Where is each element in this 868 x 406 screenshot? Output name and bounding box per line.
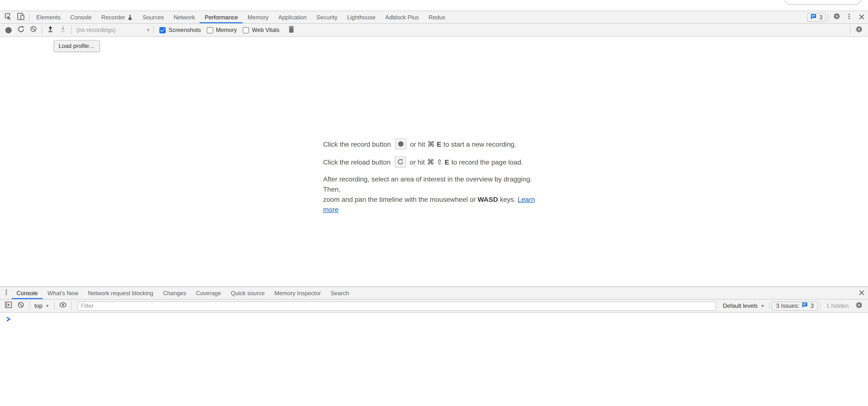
instruction-text: to start a new recording. — [443, 140, 516, 148]
tab-label: Security — [316, 14, 337, 21]
devtools-tabbar: Elements Console Recorder Sources Networ… — [0, 11, 868, 24]
console-settings-button[interactable] — [852, 300, 865, 312]
reload-and-record-button[interactable] — [14, 24, 27, 36]
drawer-menu-button[interactable] — [1, 287, 11, 299]
hint-text: keys. — [500, 196, 516, 203]
drawer-tabbar: Console What's New Network request block… — [0, 286, 868, 300]
checkbox-label: Screenshots — [168, 27, 201, 33]
console-issues-button[interactable]: 3 Issues: 3 — [772, 301, 818, 310]
tab-console[interactable]: Console — [65, 11, 96, 23]
delete-recording-button[interactable] — [285, 24, 298, 36]
browser-chrome-strip — [0, 0, 868, 11]
issues-bubble-icon — [802, 302, 808, 310]
capture-settings-button[interactable] — [852, 24, 865, 36]
execution-context-select[interactable]: top ▼ — [34, 302, 49, 309]
issues-button[interactable]: 3 — [807, 13, 826, 22]
clear-recordings-button[interactable] — [27, 24, 40, 36]
show-console-sidebar-button[interactable] — [2, 300, 14, 312]
drawer-tab-console[interactable]: Console — [11, 287, 42, 299]
inspect-cursor-icon — [4, 12, 12, 22]
save-profile-button[interactable] — [57, 24, 69, 36]
gear-icon — [855, 301, 862, 310]
levels-value: Default levels — [723, 302, 758, 309]
reload-icon — [397, 159, 403, 165]
hint-text: After recording, select an area of inter… — [323, 175, 532, 193]
screenshots-checkbox[interactable]: Screenshots — [159, 27, 201, 33]
close-icon — [859, 289, 865, 297]
block-icon — [30, 26, 37, 34]
block-icon — [18, 302, 24, 310]
recordings-select[interactable]: (no recordings) ▼ — [76, 27, 150, 33]
close-devtools-button[interactable] — [856, 11, 868, 23]
tab-label: Elements — [36, 14, 61, 21]
record-button[interactable] — [2, 24, 14, 36]
tab-label: Redux — [428, 14, 445, 21]
checkbox-unchecked-icon — [207, 27, 213, 33]
gear-icon — [833, 12, 840, 22]
reload-instruction: Click the reload button or hit ⌘ ⇧ E to … — [323, 156, 545, 167]
divider — [850, 26, 850, 34]
tab-label: What's New — [48, 290, 78, 296]
checkbox-unchecked-icon — [243, 27, 249, 33]
drawer-tab-network-request-blocking[interactable]: Network request blocking — [83, 287, 158, 299]
drawer-tab-quick-source[interactable]: Quick source — [226, 287, 270, 299]
tab-performance[interactable]: Performance — [200, 11, 243, 23]
drawer-tab-whats-new[interactable]: What's New — [42, 287, 83, 299]
live-expression-button[interactable] — [56, 300, 69, 312]
eye-icon — [59, 302, 67, 310]
console-filter-input[interactable] — [77, 301, 716, 310]
tab-sources[interactable]: Sources — [138, 11, 169, 23]
tab-memory[interactable]: Memory — [243, 11, 273, 23]
usage-hint: After recording, select an area of inter… — [323, 174, 545, 215]
cmd-key-glyph: ⌘ — [427, 140, 434, 148]
kebab-menu-icon — [846, 13, 852, 22]
divider — [820, 302, 820, 310]
close-icon — [859, 13, 865, 22]
tab-security[interactable]: Security — [311, 11, 342, 23]
browser-popup-remnant — [785, 0, 861, 5]
tab-label: Console — [17, 290, 38, 296]
memory-checkbox[interactable]: Memory — [207, 27, 237, 33]
tab-elements[interactable]: Elements — [31, 11, 65, 23]
chevron-down-icon: ▼ — [146, 28, 150, 32]
experiment-flask-icon — [128, 14, 133, 20]
drawer-tab-coverage[interactable]: Coverage — [191, 287, 226, 299]
drawer-tab-memory-inspector[interactable]: Memory Inspector — [270, 287, 326, 299]
hint-text: zoom and pan the timeline with the mouse… — [323, 196, 476, 203]
inspect-element-button[interactable] — [2, 11, 14, 23]
divider — [29, 13, 30, 21]
console-toolbar: top ▼ Default levels ▼ 3 Issues: — [0, 300, 868, 313]
tab-label: Coverage — [196, 290, 221, 296]
clear-console-button[interactable] — [14, 300, 27, 312]
drawer-tab-search[interactable]: Search — [326, 287, 354, 299]
tab-label: Memory Inspector — [274, 290, 321, 296]
more-options-button[interactable] — [843, 11, 856, 23]
tab-redux[interactable]: Redux — [424, 11, 450, 23]
settings-button[interactable] — [830, 11, 843, 23]
record-button-illustration — [395, 138, 406, 149]
drawer-tab-changes[interactable]: Changes — [158, 287, 191, 299]
checkbox-label: Memory — [216, 27, 237, 33]
tab-application[interactable]: Application — [273, 11, 311, 23]
tab-label: Application — [278, 14, 307, 21]
tab-recorder[interactable]: Recorder — [96, 11, 138, 23]
tab-network[interactable]: Network — [169, 11, 200, 23]
log-levels-select[interactable]: Default levels ▼ — [723, 302, 765, 309]
console-messages-area[interactable] — [0, 313, 868, 406]
instruction-text: or hit — [410, 158, 425, 166]
close-drawer-button[interactable] — [856, 287, 868, 299]
device-toolbar-button[interactable] — [14, 11, 27, 23]
shortcut-key: E — [445, 158, 449, 166]
divider — [42, 26, 42, 34]
tab-adblock-plus[interactable]: Adblock Plus — [380, 11, 424, 23]
gear-icon — [855, 25, 862, 35]
checkbox-checked-icon — [159, 27, 166, 33]
performance-empty-state: Load profile… Click the record button or… — [0, 37, 868, 286]
reload-button-illustration — [395, 156, 406, 167]
tab-lighthouse[interactable]: Lighthouse — [342, 11, 380, 23]
tab-label: Console — [70, 14, 92, 21]
device-toolbar-icon — [17, 12, 25, 22]
web-vitals-checkbox[interactable]: Web Vitals — [243, 27, 279, 33]
load-profile-button[interactable] — [44, 24, 57, 36]
divider — [828, 13, 828, 21]
